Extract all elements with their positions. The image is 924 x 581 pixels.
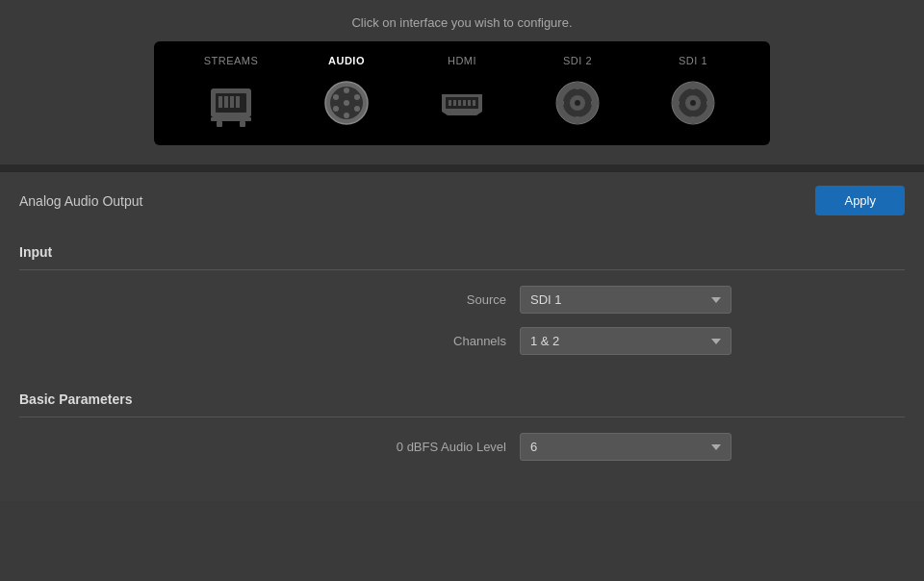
hdmi-icon: [433, 74, 491, 132]
svg-rect-8: [240, 121, 245, 127]
section-divider: [0, 164, 924, 172]
svg-rect-4: [230, 96, 234, 108]
svg-rect-39: [706, 101, 714, 105]
basic-params-section: Basic Parameters 0 dBFS Audio Level 0 2 …: [0, 376, 924, 482]
interface-item-streams[interactable]: STREAMS: [202, 55, 260, 132]
bottom-padding: [0, 482, 924, 501]
svg-rect-19: [453, 100, 456, 106]
svg-point-17: [344, 100, 349, 106]
svg-rect-2: [218, 96, 222, 108]
svg-point-16: [333, 94, 339, 100]
audio-label: AUDIO: [328, 55, 365, 66]
basic-params-title: Basic Parameters: [19, 392, 905, 407]
config-header: Analog Audio Output Apply: [0, 172, 924, 229]
sdi2-label: SDI 2: [563, 55, 592, 66]
svg-rect-5: [236, 96, 240, 108]
sdi1-label: SDI 1: [679, 55, 707, 66]
svg-rect-20: [458, 100, 461, 106]
svg-point-13: [354, 106, 360, 112]
sdi2-icon: [549, 74, 606, 132]
dbfs-label: 0 dBFS Audio Level: [397, 440, 506, 454]
top-section: Click on interface you wish to configure…: [0, 0, 924, 164]
svg-rect-23: [473, 100, 475, 106]
audio-icon: [318, 74, 375, 132]
source-row: Source SDI 1 SDI 2 HDMI STREAMS: [19, 286, 905, 314]
hdmi-label: HDMI: [448, 55, 476, 66]
svg-rect-37: [691, 116, 695, 124]
interface-panel: STREAMS AUDIO: [154, 41, 770, 145]
interface-item-hdmi[interactable]: HDMI: [433, 55, 491, 132]
config-section: Analog Audio Output Apply Input Source S…: [0, 172, 924, 501]
svg-point-11: [344, 88, 349, 93]
svg-rect-38: [672, 101, 680, 105]
streams-label: STREAMS: [204, 55, 259, 66]
svg-point-35: [690, 100, 696, 106]
svg-rect-29: [576, 116, 579, 124]
input-divider: [19, 269, 905, 270]
source-select[interactable]: SDI 1 SDI 2 HDMI STREAMS: [520, 286, 732, 314]
input-section-title: Input: [19, 244, 905, 260]
svg-point-12: [354, 94, 360, 100]
channels-label: Channels: [453, 334, 506, 348]
svg-rect-18: [449, 100, 451, 106]
svg-point-14: [344, 113, 349, 118]
interface-item-sdi2[interactable]: SDI 2: [549, 55, 606, 132]
svg-rect-3: [224, 96, 228, 108]
svg-point-15: [333, 106, 339, 112]
svg-point-27: [575, 100, 580, 106]
svg-rect-36: [691, 82, 695, 89]
source-label: Source: [467, 292, 506, 307]
apply-button[interactable]: Apply: [815, 186, 905, 215]
svg-rect-31: [591, 101, 599, 105]
interface-item-sdi1[interactable]: SDI 1: [664, 55, 722, 132]
channels-select[interactable]: 1 & 2 3 & 4 5 & 6 7 & 8: [520, 327, 732, 355]
svg-rect-6: [211, 117, 251, 121]
dbfs-select[interactable]: 0 2 4 6 8 10: [520, 433, 732, 461]
svg-rect-22: [468, 100, 471, 106]
channels-row: Channels 1 & 2 3 & 4 5 & 6 7 & 8: [19, 327, 905, 355]
streams-icon: [202, 74, 260, 132]
config-title: Analog Audio Output: [19, 193, 142, 209]
interface-item-audio[interactable]: AUDIO: [318, 55, 375, 132]
dbfs-row: 0 dBFS Audio Level 0 2 4 6 8 10: [19, 433, 905, 461]
input-section: Input Source SDI 1 SDI 2 HDMI STREAMS Ch…: [0, 229, 924, 376]
svg-rect-21: [463, 100, 466, 106]
instruction-text: Click on interface you wish to configure…: [19, 15, 905, 30]
basic-params-divider: [19, 417, 905, 417]
sdi1-icon: [664, 74, 722, 132]
svg-rect-30: [556, 101, 564, 105]
svg-rect-7: [217, 121, 222, 127]
svg-rect-28: [576, 82, 579, 89]
